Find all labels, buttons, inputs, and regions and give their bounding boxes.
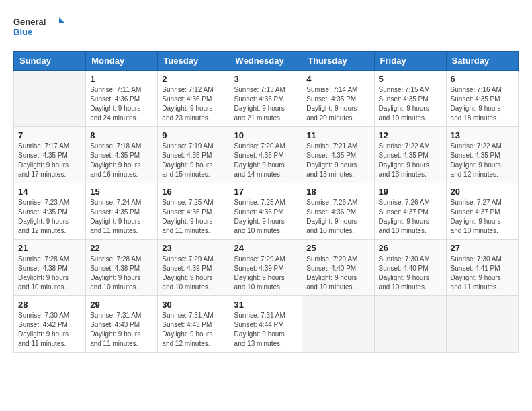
day-info: Sunrise: 7:14 AM Sunset: 4:35 PM Dayligh…	[306, 85, 369, 123]
day-number: 6	[451, 74, 514, 84]
calendar-cell	[302, 296, 374, 353]
calendar-cell: 14Sunrise: 7:23 AM Sunset: 4:35 PM Dayli…	[14, 183, 86, 240]
day-number: 14	[18, 187, 81, 197]
calendar-week-3: 14Sunrise: 7:23 AM Sunset: 4:35 PM Dayli…	[14, 183, 519, 240]
calendar-cell: 13Sunrise: 7:22 AM Sunset: 4:35 PM Dayli…	[446, 127, 518, 183]
day-number: 12	[379, 130, 442, 140]
day-number: 9	[162, 130, 225, 140]
calendar-cell	[446, 296, 518, 353]
day-info: Sunrise: 7:26 AM Sunset: 4:36 PM Dayligh…	[306, 198, 369, 236]
day-info: Sunrise: 7:27 AM Sunset: 4:37 PM Dayligh…	[451, 198, 514, 236]
calendar-cell: 5Sunrise: 7:15 AM Sunset: 4:35 PM Daylig…	[374, 71, 446, 127]
column-header-sunday: Sunday	[14, 52, 86, 71]
day-info: Sunrise: 7:25 AM Sunset: 4:36 PM Dayligh…	[234, 198, 298, 236]
day-info: Sunrise: 7:11 AM Sunset: 4:36 PM Dayligh…	[90, 85, 153, 123]
calendar-cell: 1Sunrise: 7:11 AM Sunset: 4:36 PM Daylig…	[86, 71, 158, 127]
calendar-cell: 19Sunrise: 7:26 AM Sunset: 4:37 PM Dayli…	[374, 183, 446, 240]
day-info: Sunrise: 7:13 AM Sunset: 4:35 PM Dayligh…	[234, 85, 298, 123]
calendar-cell: 15Sunrise: 7:24 AM Sunset: 4:35 PM Dayli…	[86, 183, 158, 240]
day-number: 24	[234, 243, 298, 253]
day-info: Sunrise: 7:25 AM Sunset: 4:36 PM Dayligh…	[162, 198, 225, 236]
calendar-cell: 23Sunrise: 7:29 AM Sunset: 4:39 PM Dayli…	[158, 240, 230, 296]
column-header-thursday: Thursday	[302, 52, 374, 71]
day-info: Sunrise: 7:22 AM Sunset: 4:35 PM Dayligh…	[379, 142, 442, 179]
day-number: 28	[18, 300, 81, 310]
calendar-cell: 11Sunrise: 7:21 AM Sunset: 4:35 PM Dayli…	[302, 127, 374, 183]
day-number: 16	[162, 187, 225, 197]
calendar-cell: 26Sunrise: 7:30 AM Sunset: 4:40 PM Dayli…	[374, 240, 446, 296]
day-number: 25	[306, 243, 369, 253]
calendar-cell: 18Sunrise: 7:26 AM Sunset: 4:36 PM Dayli…	[302, 183, 374, 240]
calendar-cell: 8Sunrise: 7:18 AM Sunset: 4:35 PM Daylig…	[86, 127, 158, 183]
calendar-cell: 10Sunrise: 7:20 AM Sunset: 4:35 PM Dayli…	[230, 127, 302, 183]
calendar-week-4: 21Sunrise: 7:28 AM Sunset: 4:38 PM Dayli…	[14, 240, 519, 296]
day-info: Sunrise: 7:12 AM Sunset: 4:36 PM Dayligh…	[162, 85, 225, 123]
day-number: 22	[90, 243, 153, 253]
calendar-cell: 6Sunrise: 7:16 AM Sunset: 4:35 PM Daylig…	[446, 71, 518, 127]
calendar-cell: 28Sunrise: 7:30 AM Sunset: 4:42 PM Dayli…	[14, 296, 86, 353]
calendar-cell: 12Sunrise: 7:22 AM Sunset: 4:35 PM Dayli…	[374, 127, 446, 183]
day-number: 13	[451, 130, 514, 140]
day-number: 4	[306, 74, 369, 84]
day-number: 27	[451, 243, 514, 253]
day-info: Sunrise: 7:29 AM Sunset: 4:39 PM Dayligh…	[234, 255, 298, 292]
calendar-cell: 7Sunrise: 7:17 AM Sunset: 4:35 PM Daylig…	[14, 127, 86, 183]
calendar-cell: 4Sunrise: 7:14 AM Sunset: 4:35 PM Daylig…	[302, 71, 374, 127]
day-number: 8	[90, 130, 153, 140]
day-info: Sunrise: 7:26 AM Sunset: 4:37 PM Dayligh…	[379, 198, 442, 236]
day-info: Sunrise: 7:29 AM Sunset: 4:39 PM Dayligh…	[162, 255, 225, 292]
day-info: Sunrise: 7:30 AM Sunset: 4:40 PM Dayligh…	[379, 255, 442, 292]
column-header-wednesday: Wednesday	[230, 52, 302, 71]
day-info: Sunrise: 7:15 AM Sunset: 4:35 PM Dayligh…	[379, 85, 442, 123]
day-info: Sunrise: 7:23 AM Sunset: 4:35 PM Dayligh…	[18, 198, 81, 236]
day-number: 21	[18, 243, 81, 253]
calendar-cell: 16Sunrise: 7:25 AM Sunset: 4:36 PM Dayli…	[158, 183, 230, 240]
day-number: 2	[162, 74, 225, 84]
day-info: Sunrise: 7:20 AM Sunset: 4:35 PM Dayligh…	[234, 142, 298, 179]
calendar-cell: 21Sunrise: 7:28 AM Sunset: 4:38 PM Dayli…	[14, 240, 86, 296]
day-number: 10	[234, 130, 298, 140]
day-number: 11	[306, 130, 369, 140]
day-number: 26	[379, 243, 442, 253]
calendar-cell: 27Sunrise: 7:30 AM Sunset: 4:41 PM Dayli…	[446, 240, 518, 296]
day-info: Sunrise: 7:30 AM Sunset: 4:41 PM Dayligh…	[451, 255, 514, 292]
day-info: Sunrise: 7:18 AM Sunset: 4:35 PM Dayligh…	[90, 142, 153, 179]
day-number: 29	[90, 300, 153, 310]
day-number: 3	[234, 74, 298, 84]
day-info: Sunrise: 7:31 AM Sunset: 4:44 PM Dayligh…	[234, 311, 298, 349]
column-header-saturday: Saturday	[446, 52, 518, 71]
day-number: 17	[234, 187, 298, 197]
day-info: Sunrise: 7:30 AM Sunset: 4:42 PM Dayligh…	[18, 311, 81, 349]
column-header-friday: Friday	[374, 52, 446, 71]
day-number: 23	[162, 243, 225, 253]
day-number: 7	[18, 130, 81, 140]
logo-svg: General Blue	[13, 13, 67, 40]
calendar-cell: 17Sunrise: 7:25 AM Sunset: 4:36 PM Dayli…	[230, 183, 302, 240]
calendar-table: SundayMondayTuesdayWednesdayThursdayFrid…	[13, 51, 519, 353]
calendar-week-5: 28Sunrise: 7:30 AM Sunset: 4:42 PM Dayli…	[14, 296, 519, 353]
calendar-cell: 2Sunrise: 7:12 AM Sunset: 4:36 PM Daylig…	[158, 71, 230, 127]
calendar-header-row: SundayMondayTuesdayWednesdayThursdayFrid…	[14, 52, 519, 71]
calendar-cell: 20Sunrise: 7:27 AM Sunset: 4:37 PM Dayli…	[446, 183, 518, 240]
calendar-cell: 22Sunrise: 7:28 AM Sunset: 4:38 PM Dayli…	[86, 240, 158, 296]
day-info: Sunrise: 7:16 AM Sunset: 4:35 PM Dayligh…	[451, 85, 514, 123]
calendar-cell: 29Sunrise: 7:31 AM Sunset: 4:43 PM Dayli…	[86, 296, 158, 353]
svg-text:Blue: Blue	[13, 27, 32, 37]
day-number: 31	[234, 300, 298, 310]
day-number: 30	[162, 300, 225, 310]
calendar-week-1: 1Sunrise: 7:11 AM Sunset: 4:36 PM Daylig…	[14, 71, 519, 127]
page-header: General Blue	[13, 13, 519, 40]
day-info: Sunrise: 7:31 AM Sunset: 4:43 PM Dayligh…	[162, 311, 225, 349]
calendar-cell: 25Sunrise: 7:29 AM Sunset: 4:40 PM Dayli…	[302, 240, 374, 296]
day-number: 20	[451, 187, 514, 197]
day-number: 15	[90, 187, 153, 197]
calendar-cell	[374, 296, 446, 353]
day-info: Sunrise: 7:29 AM Sunset: 4:40 PM Dayligh…	[306, 255, 369, 292]
calendar-cell: 3Sunrise: 7:13 AM Sunset: 4:35 PM Daylig…	[230, 71, 302, 127]
day-number: 18	[306, 187, 369, 197]
day-info: Sunrise: 7:28 AM Sunset: 4:38 PM Dayligh…	[90, 255, 153, 292]
day-info: Sunrise: 7:24 AM Sunset: 4:35 PM Dayligh…	[90, 198, 153, 236]
calendar-cell: 24Sunrise: 7:29 AM Sunset: 4:39 PM Dayli…	[230, 240, 302, 296]
day-number: 19	[379, 187, 442, 197]
day-info: Sunrise: 7:28 AM Sunset: 4:38 PM Dayligh…	[18, 255, 81, 292]
